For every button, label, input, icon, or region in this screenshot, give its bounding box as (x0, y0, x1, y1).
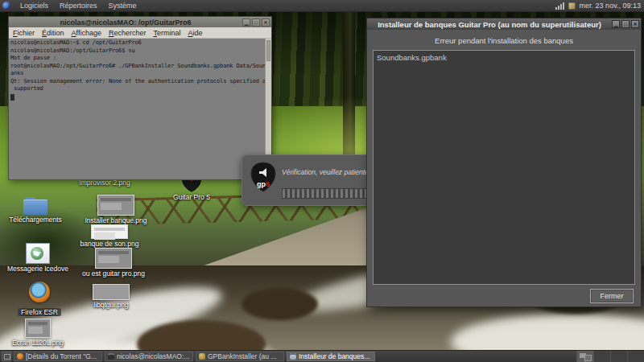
desktop-icon-label: Guitar Pro 5 (156, 193, 227, 201)
desktop-icon-label: banque de son.png (74, 240, 145, 248)
terminal-output[interactable]: nicolas@nicolasMAO:~$ cd /opt/GuitarPro6… (9, 39, 271, 179)
svg-text:gp: gp (257, 180, 266, 188)
taskbar-button-installeur[interactable]: Installeur de banques... (287, 352, 375, 361)
desktop-icon-installer-banque[interactable]: Installer banque.png (80, 195, 151, 224)
workspace-3[interactable] (610, 351, 627, 362)
workspace-switcher (576, 351, 644, 362)
terminal-line: Qt: Session management error: None of th… (10, 78, 264, 86)
icedove-mail-icon (26, 243, 50, 264)
taskbar-button-torrent[interactable]: [Détails du Torrent "G... (14, 352, 102, 361)
terminal-app-icon (108, 353, 114, 360)
soundbank-list[interactable]: Soundbanks.gpbank (373, 50, 635, 285)
desktop-icon-messagerie-icedove[interactable]: Messagerie Icedove (2, 243, 73, 273)
menu-logiciels[interactable]: Logiciels (14, 0, 54, 11)
taskbar-button-label: GPBankInstaller (au ... (208, 352, 277, 360)
close-icon[interactable]: ✕ (262, 19, 270, 27)
taskbar-button-label: [Détails du Torrent "G... (26, 352, 97, 360)
terminal-menubar: Fichier Édition Affichage Rechercher Ter… (9, 27, 271, 39)
terminal-line: nicolas@nicolasMAO:~$ cd /opt/GuitarPro6 (10, 39, 264, 47)
terminal-line: nicolas@nicolasMAO:/opt/GuitarPro6$ su (10, 47, 264, 56)
terminal-window[interactable]: nicolas@nicolasMAO: /opt/GuitarPro6 ▁ □ … (8, 16, 272, 180)
menu-affichage[interactable]: Affichage (72, 29, 101, 37)
image-thumbnail-icon (91, 224, 128, 239)
dialog-title: Installeur de banques Guitar Pro (au nom… (367, 20, 612, 29)
terminal-cursor (10, 94, 14, 101)
menu-terminal[interactable]: Terminal (153, 29, 180, 37)
terminal-line: Mot de passe : (10, 55, 264, 63)
dialog-button-row: Fermer (367, 285, 641, 306)
terminal-titlebar[interactable]: nicolas@nicolasMAO: /opt/GuitarPro6 ▁ □ … (9, 17, 271, 27)
panel-tray: mer. 23 nov., 09:13 (555, 2, 644, 10)
desktop-icon-ou-est-guitar-pro[interactable]: ou est guitar pro.png (78, 248, 149, 278)
installer-window-icon (290, 353, 296, 360)
svg-text:6: 6 (266, 180, 270, 188)
folder-icon (23, 197, 47, 215)
notification-tray-icon[interactable] (568, 2, 576, 10)
close-icon[interactable]: ✕ (631, 20, 639, 28)
terminal-title: nicolas@nicolasMAO: /opt/GuitarPro6 (9, 19, 242, 27)
desktop-icon-label: Ecran 1120L.png (2, 339, 73, 347)
scrollbar-thumb[interactable] (266, 40, 270, 61)
maximize-icon[interactable]: □ (621, 20, 630, 28)
verification-message: Vérification, veuillez patienter... (282, 168, 376, 176)
menu-fichier[interactable]: Fichier (13, 29, 35, 37)
menu-systeme[interactable]: Système (103, 0, 142, 11)
workspace-2[interactable] (593, 351, 610, 362)
desktop-icon-libqtgui[interactable]: libqtgui.png (76, 284, 147, 309)
menu-repertoires[interactable]: Répertoires (54, 0, 103, 11)
bank-installer-dialog[interactable]: Installeur de banques Guitar Pro (au nom… (366, 18, 642, 307)
desktop-icon-label: libqtgui.png (76, 301, 147, 309)
menu-aide[interactable]: Aide (188, 29, 202, 37)
top-panel: Logiciels Répertoires Système mer. 23 no… (0, 0, 644, 12)
minimize-icon[interactable]: ▁ (612, 20, 620, 28)
network-signal-icon[interactable] (555, 2, 564, 10)
desktop-icon-label: Installer banque.png (80, 216, 151, 224)
gpbankinstaller-app-icon (199, 353, 205, 360)
terminal-line: root@nicolasMAO:/opt/GuitarPro6# ./GPBan… (10, 63, 264, 71)
clock: mer. 23 nov., 09:13 (580, 2, 641, 10)
desktop-icon-label: ou est guitar pro.png (78, 269, 149, 278)
image-thumbnail-icon (95, 248, 132, 269)
desktop-icon-telechargements[interactable]: Téléchargements (0, 197, 71, 224)
desktop-screen: Téléchargements Improvisor 2.png Guitar … (0, 0, 644, 362)
menu-edition[interactable]: Édition (42, 29, 64, 37)
taskbar-button-terminal[interactable]: nicolas@nicolasMAO:... (105, 352, 193, 361)
desktop-icon-label: Téléchargements (0, 216, 71, 224)
wallpaper-rock (242, 288, 318, 320)
taskbar-button-gpbankinstaller[interactable]: GPBankInstaller (au ... (196, 352, 284, 361)
torrent-app-icon (17, 353, 23, 360)
desktop-icon-label: Messagerie Icedove (2, 265, 73, 273)
taskbar-button-label: Installeur de banques... (299, 352, 369, 360)
workspace-4[interactable] (627, 351, 644, 362)
desktop-icon-ecran-1120l[interactable]: Ecran 1120L.png (2, 319, 73, 347)
applications-menu-icon[interactable] (2, 2, 10, 10)
image-thumbnail-icon (25, 319, 51, 338)
minimize-icon[interactable]: ▁ (242, 19, 250, 27)
dialog-titlebar[interactable]: Installeur de banques Guitar Pro (au nom… (367, 19, 641, 30)
desktop-icon-banque-de-son[interactable]: banque de son.png (74, 224, 145, 248)
workspace-1[interactable] (576, 351, 593, 362)
firefox-icon (29, 282, 50, 302)
show-desktop-button[interactable] (2, 352, 11, 361)
menu-rechercher[interactable]: Rechercher (109, 29, 147, 37)
fermer-button[interactable]: Fermer (590, 289, 634, 303)
desktop-icon-label: Firefox ESR (18, 308, 61, 316)
soundbank-list-item[interactable]: Soundbanks.gpbank (377, 53, 631, 62)
gp6-logo-icon: gp 6 (250, 162, 276, 192)
terminal-line: supported (10, 85, 264, 93)
image-thumbnail-icon (93, 284, 130, 300)
taskbar: [Détails du Torrent "G... nicolas@nicola… (0, 350, 644, 362)
terminal-line: anks (10, 70, 264, 78)
maximize-icon[interactable]: □ (252, 19, 260, 27)
image-thumbnail-icon (97, 195, 134, 216)
taskbar-button-label: nicolas@nicolasMAO:... (117, 352, 189, 360)
desktop-icon-firefox-esr[interactable]: Firefox ESR (4, 282, 75, 318)
dialog-error-message: Erreur pendant l'installation des banque… (367, 36, 641, 45)
